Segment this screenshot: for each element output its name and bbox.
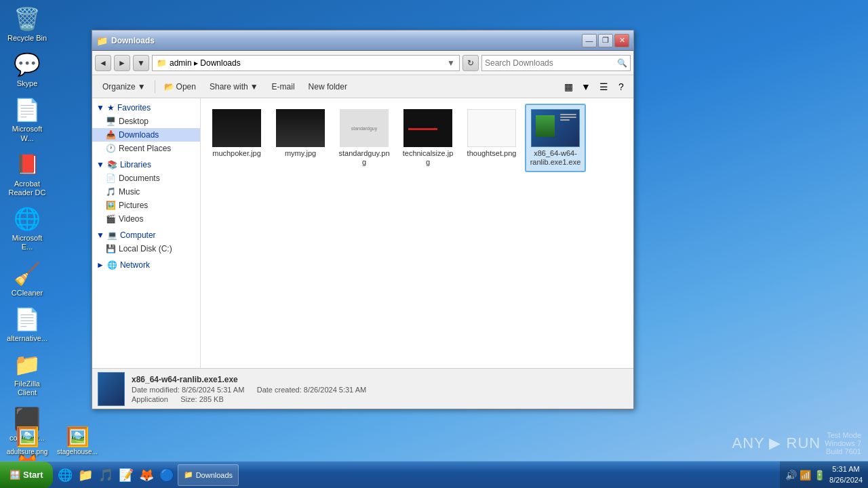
taskbar-notepad-icon[interactable]: 📝 [117, 466, 136, 485]
recycle-bin-label: Recycle Bin [7, 34, 47, 43]
alternative-label: alternative... [7, 334, 47, 343]
address-path[interactable]: 📁 admin ▸ Downloads ▼ [152, 55, 460, 71]
desktop-icon-alternative[interactable]: 📄 alternative... [3, 303, 52, 346]
sidebar-item-recent[interactable]: 🕐 Recent Places [92, 142, 200, 155]
close-button[interactable]: ✕ [614, 34, 629, 47]
anyrun-watermark: ANY ▶ RUN Test Mode Windows 7 Build 7601 [732, 431, 861, 455]
file-item-technicalsize[interactable]: technicalsize.jpg [397, 104, 458, 172]
new-folder-button[interactable]: New folder [302, 78, 353, 96]
explorer-window: 📁 Downloads — ❐ ✕ ◄ ► ▼ 📁 admin ▸ Downlo… [92, 30, 634, 409]
desktop-icon-stagehouse[interactable]: 🖼️ stagehouse... [53, 426, 102, 455]
organize-chevron-icon: ▼ [138, 82, 146, 92]
desktop-icon-recycle-bin[interactable]: 🗑️ Recycle Bin [3, 3, 52, 45]
share-with-button[interactable]: Share with ▼ [203, 78, 264, 96]
videos-nav-icon: 🎬 [106, 214, 116, 224]
downloads-nav-icon: 📥 [106, 130, 116, 140]
file-item-standardguy[interactable]: standardguy standardguy.png [334, 104, 395, 172]
start-button[interactable]: 🪟 Start [0, 462, 53, 489]
file-name-x86exe: x86_64-w64-ranlib.exe1.exe [529, 149, 582, 167]
window-controls: — ❐ ✕ [582, 34, 629, 47]
pictures-nav-icon: 🖼️ [106, 201, 116, 210]
taskbar-ie-icon[interactable]: 🌐 [56, 466, 75, 485]
email-button[interactable]: E-mail [266, 78, 301, 96]
help-button[interactable]: ? [613, 79, 629, 95]
taskbar-folder-icon[interactable]: 📁 [76, 466, 95, 485]
restore-button[interactable]: ❐ [598, 34, 613, 47]
tray-network-icon[interactable]: 📶 [800, 470, 811, 481]
favorites-header[interactable]: ▼ ★ Favorites [92, 101, 200, 115]
taskbar-firefox-icon[interactable]: 🦊 [137, 466, 156, 485]
pictures-nav-label: Pictures [119, 201, 148, 210]
file-item-mymy[interactable]: mymy.jpg [270, 104, 331, 172]
back-button[interactable]: ◄ [95, 55, 111, 71]
search-box[interactable]: 🔍 [481, 55, 631, 71]
taskbar-downloads-item[interactable]: 📁 Downloads [178, 464, 239, 486]
tray-date-value: 8/26/2024 [829, 475, 863, 485]
tray-time-value: 5:31 AM [829, 464, 863, 474]
taskbar-downloads-icon: 📁 [184, 470, 193, 479]
start-label: Start [23, 470, 43, 480]
desktop-icon-acrobat[interactable]: 📕 Acrobat Reader DC [3, 148, 52, 200]
desktop-nav-label: Desktop [119, 117, 149, 126]
refresh-button[interactable]: ↻ [462, 55, 479, 71]
tray-battery-icon[interactable]: 🔋 [814, 470, 825, 481]
videos-nav-label: Videos [119, 214, 143, 224]
desktop-icon-ccleaner[interactable]: 🧹 CCleaner [3, 258, 52, 300]
sidebar-item-pictures[interactable]: 🖼️ Pictures [92, 199, 200, 212]
standardguy-content: standardguy [350, 125, 379, 132]
view-dropdown-button[interactable]: ▼ [578, 79, 594, 95]
recent-locations-button[interactable]: ▼ [133, 55, 149, 71]
desktop-icon-adultsure[interactable]: 🖼️ adultsure.png [3, 426, 52, 455]
desktop-icon-word[interactable]: 📄 Microsoft W... [3, 94, 52, 145]
email-label: E-mail [272, 82, 295, 92]
details-view-button[interactable]: ☰ [595, 79, 612, 95]
status-bar: x86_64-w64-ranlib.exe1.exe Date modified… [92, 368, 633, 409]
sidebar-item-desktop[interactable]: 🖥️ Desktop [92, 115, 200, 128]
anyrun-mode: Test Mode [825, 431, 861, 439]
open-button[interactable]: 📂 Open [158, 78, 202, 96]
organize-label: Organize [102, 82, 136, 92]
desktop-icon-filezilla[interactable]: 📁 FileZilla Client [3, 348, 52, 400]
organize-button[interactable]: Organize ▼ [96, 78, 152, 96]
search-icon[interactable]: 🔍 [617, 58, 627, 68]
sidebar-item-local-disk[interactable]: 💾 Local Disk (C:) [92, 242, 200, 256]
view-options-button[interactable]: ▦ [560, 79, 576, 95]
favorites-label: Favorites [117, 103, 151, 113]
taskbar-downloads-label: Downloads [196, 471, 233, 479]
acrobat-icon: 📕 [14, 151, 41, 178]
desktop-bottom-row: 🖼️ adultsure.png 🖼️ stagehouse... [0, 424, 104, 457]
exe-green-rect [536, 115, 555, 137]
sidebar-item-music[interactable]: 🎵 Music [92, 185, 200, 199]
stagehouse-icon: 🖼️ [66, 426, 90, 448]
exe-doc-line-2 [560, 117, 576, 118]
sidebar-item-videos[interactable]: 🎬 Videos [92, 212, 200, 226]
file-item-x86exe[interactable]: x86_64-w64-ranlib.exe1.exe [525, 104, 586, 172]
file-name-standardguy: standardguy.png [338, 149, 391, 167]
file-item-muchpoker[interactable]: muchpoker.jpg [206, 104, 267, 172]
downloads-nav-label: Downloads [119, 130, 159, 140]
libraries-header[interactable]: ▼ 📚 Libraries [92, 158, 200, 171]
minimize-button[interactable]: — [582, 34, 597, 47]
ccleaner-icon: 🧹 [14, 260, 41, 287]
desktop-icon-edge[interactable]: 🌐 Microsoft E... [3, 203, 52, 254]
nav-pane: ▼ ★ Favorites 🖥️ Desktop 📥 Downloads 🕐 [92, 98, 201, 368]
sidebar-item-documents[interactable]: 📄 Documents [92, 171, 200, 185]
desktop-icon-skype[interactable]: 💬 Skype [3, 48, 52, 91]
taskbar-edge-icon[interactable]: 🔵 [157, 466, 176, 485]
forward-button[interactable]: ► [114, 55, 130, 71]
taskbar-media-icon[interactable]: 🎵 [96, 466, 115, 485]
file-item-thoughtset[interactable]: thoughtset.png [461, 104, 522, 172]
taskbar-items: 🌐 📁 🎵 📝 🦊 🔵 📁 Downloads [53, 464, 780, 486]
network-header[interactable]: ► 🌐 Network [92, 258, 200, 272]
content-area: ▼ ★ Favorites 🖥️ Desktop 📥 Downloads 🕐 [92, 98, 633, 368]
anyrun-mode-info: Test Mode Windows 7 Build 7601 [825, 431, 861, 455]
tray-volume-icon[interactable]: 🔊 [785, 470, 797, 481]
word-icon: 📄 [14, 96, 41, 123]
computer-header[interactable]: ▼ 💻 Computer [92, 228, 200, 242]
edge-icon: 🌐 [14, 205, 41, 232]
tray-time: 5:31 AM 8/26/2024 [829, 464, 863, 485]
acrobat-label: Acrobat Reader DC [5, 180, 49, 197]
sidebar-item-downloads[interactable]: 📥 Downloads [92, 128, 200, 142]
music-nav-label: Music [119, 187, 140, 197]
search-input[interactable] [485, 58, 617, 68]
